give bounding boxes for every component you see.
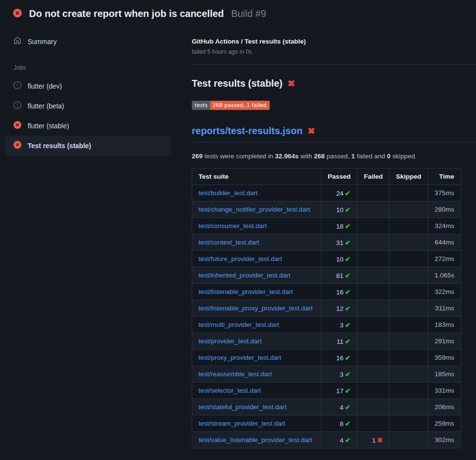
sidebar-job-item[interactable]: flutter (stable) — [5, 116, 170, 136]
suite-link[interactable]: test/reassemble_test.dart — [199, 370, 272, 378]
check-icon: ✔ — [345, 239, 351, 246]
table-row: test/context_test.dart31✔644ms — [192, 234, 461, 251]
suite-cell: test/reassemble_test.dart — [192, 366, 322, 383]
count-value: 18 — [336, 223, 343, 230]
suite-cell: test/multi_provider_test.dart — [192, 317, 322, 333]
summary-segment: 0 — [387, 153, 391, 160]
table-row: test/inherited_provider_test.dart81✔1.06… — [192, 267, 461, 284]
time-cell: 280ms — [428, 201, 461, 218]
suite-link[interactable]: test/value_listenable_provider_test.dart — [199, 436, 312, 444]
section-title-text: Test results (stable) — [192, 78, 282, 89]
count-value: 17 — [336, 387, 343, 395]
count-value: 4 — [340, 404, 344, 411]
passed-cell: 3✔ — [321, 366, 357, 383]
table-row: test/stream_provider_test.dart8✔259ms — [192, 415, 461, 432]
suite-link[interactable]: test/listenable_proxy_provider_test.dart — [199, 305, 313, 312]
x-circle-fill-icon — [13, 9, 22, 19]
passed-cell: 8✔ — [321, 415, 357, 432]
suite-link[interactable]: test/inherited_provider_test.dart — [199, 272, 291, 279]
passed-cell: 11✔ — [321, 333, 357, 350]
check-icon: ✔ — [345, 420, 351, 428]
suite-link[interactable]: test/provider_test.dart — [199, 337, 262, 345]
test-summary-sentence: 269 tests were completed in 32.964s with… — [192, 153, 476, 160]
count-value: 8 — [340, 420, 344, 428]
table-row: test/stateful_provider_test.dart4✔206ms — [192, 399, 461, 415]
skipped-cell — [389, 399, 428, 415]
count-value: 24 — [336, 190, 343, 197]
time-cell: 259ms — [428, 415, 461, 432]
stop-octagon-icon — [14, 81, 21, 91]
check-icon: ✔ — [345, 436, 351, 444]
table-row: test/value_listenable_provider_test.dart… — [192, 432, 461, 448]
summary-segment: skipped. — [391, 153, 417, 160]
suite-link[interactable]: test/builder_test.dart — [199, 189, 258, 197]
sidebar-item-summary[interactable]: Summary — [0, 33, 184, 50]
suite-cell: test/stream_provider_test.dart — [192, 415, 322, 432]
tests-status-badge[interactable]: tests 268 passed, 1 failed — [192, 101, 270, 110]
suite-link[interactable]: test/consumer_test.dart — [199, 222, 267, 230]
check-icon: ✔ — [345, 321, 351, 329]
check-icon: ✔ — [345, 272, 351, 279]
sidebar-job-item[interactable]: flutter (beta) — [5, 96, 170, 116]
passed-cell: 10✔ — [321, 251, 357, 267]
summary-segment: tests were completed in — [203, 153, 275, 160]
check-icon: ✔ — [345, 206, 351, 214]
table-row: test/reassemble_test.dart3✔185ms — [192, 366, 461, 383]
summary-segment: 1 — [352, 153, 355, 160]
count-value: 16 — [336, 289, 343, 296]
check-icon: ✔ — [345, 354, 351, 362]
count-value: 3 — [340, 371, 344, 378]
time-cell: 322ms — [428, 284, 461, 300]
badge-label: tests — [192, 101, 210, 110]
check-icon: ✔ — [345, 288, 351, 296]
skipped-cell — [389, 432, 428, 448]
check-icon: ✔ — [345, 222, 351, 230]
table-row: test/provider_test.dart11✔291ms — [192, 333, 461, 350]
test-results-table: Test suite Passed Failed Skipped Time te… — [192, 168, 461, 448]
summary-segment: 269 — [192, 153, 203, 160]
jobs-list: flutter (dev)flutter (beta)flutter (stab… — [0, 76, 184, 155]
suite-link[interactable]: test/change_notifier_provider_test.dart — [199, 206, 310, 213]
time-cell: 291ms — [428, 333, 461, 350]
col-header-time: Time — [428, 169, 461, 185]
sidebar-job-item[interactable]: flutter (dev) — [5, 76, 170, 96]
report-file-link[interactable]: reports/test-results.json — [192, 125, 303, 137]
passed-cell: 12✔ — [321, 300, 357, 317]
time-cell: 206ms — [428, 399, 461, 415]
suite-link[interactable]: test/proxy_provider_test.dart — [199, 354, 281, 361]
table-header-row: Test suite Passed Failed Skipped Time — [192, 169, 461, 185]
suite-cell: test/proxy_provider_test.dart — [192, 350, 322, 366]
table-row: test/proxy_provider_test.dart16✔359ms — [192, 350, 461, 366]
passed-cell: 3✔ — [321, 317, 357, 333]
suite-link[interactable]: test/listenable_provider_test.dart — [199, 288, 293, 295]
skipped-cell — [389, 185, 428, 201]
passed-cell: 16✔ — [321, 350, 357, 366]
build-number: Build #9 — [231, 8, 266, 19]
sidebar-summary-label: Summary — [28, 38, 57, 46]
suite-link[interactable]: test/selector_test.dart — [199, 387, 261, 394]
failed-cell — [357, 300, 389, 317]
badge-value: 268 passed, 1 failed — [210, 101, 270, 110]
check-icon: ✔ — [345, 255, 351, 263]
suite-link[interactable]: test/future_provider_test.dart — [199, 255, 282, 262]
suite-link[interactable]: test/stream_provider_test.dart — [199, 420, 285, 427]
count-value: 16 — [336, 354, 343, 362]
skipped-cell — [389, 201, 428, 218]
count-value: 1 — [372, 437, 376, 444]
suite-cell: test/context_test.dart — [192, 234, 322, 251]
failed-cell — [357, 333, 389, 350]
col-header-passed: Passed — [321, 169, 357, 185]
jobs-section-label: Jobs — [0, 50, 184, 76]
failed-cell — [357, 415, 389, 432]
table-row: test/listenable_provider_test.dart16✔322… — [192, 284, 461, 300]
suite-link[interactable]: test/stateful_provider_test.dart — [199, 403, 287, 411]
suite-link[interactable]: test/context_test.dart — [199, 239, 259, 246]
time-cell: 375ms — [428, 185, 461, 201]
skipped-cell — [389, 317, 428, 333]
failed-cell — [357, 366, 389, 383]
suite-cell: test/listenable_provider_test.dart — [192, 284, 322, 300]
time-cell: 185ms — [428, 366, 461, 383]
check-icon: ✔ — [345, 403, 351, 411]
suite-link[interactable]: test/multi_provider_test.dart — [199, 321, 279, 328]
sidebar-job-item[interactable]: Test results (stable) — [5, 136, 170, 155]
